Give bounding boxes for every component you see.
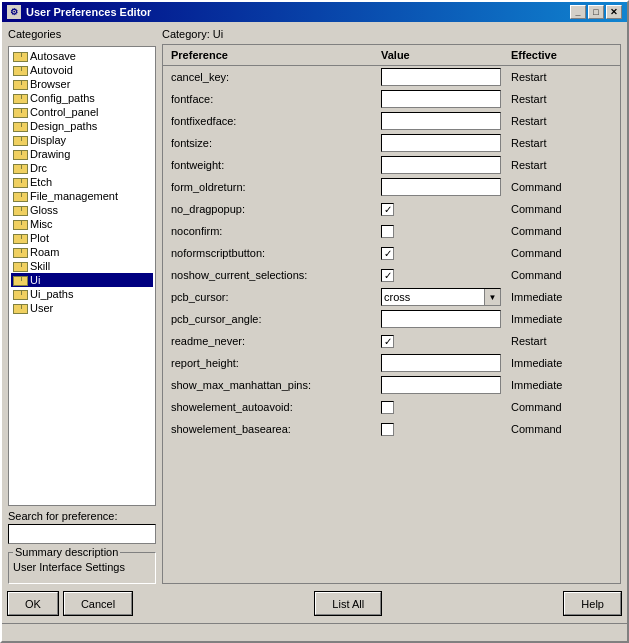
pref-value-9: [381, 269, 511, 282]
category-item-autosave[interactable]: Autosave: [11, 49, 153, 63]
category-label: Ui: [30, 274, 40, 286]
pref-value-0: [381, 68, 511, 86]
folder-icon: [13, 51, 27, 62]
pref-value-13: [381, 354, 511, 372]
category-item-file_management[interactable]: File_management: [11, 189, 153, 203]
folder-icon: [13, 177, 27, 188]
folder-icon: [13, 303, 27, 314]
category-label: Autovoid: [30, 64, 73, 76]
pref-checkbox-9[interactable]: [381, 269, 394, 282]
close-button[interactable]: ✕: [606, 5, 622, 19]
pref-effective-6: Command: [511, 203, 612, 215]
category-item-misc[interactable]: Misc: [11, 217, 153, 231]
pref-text-input-4[interactable]: [381, 156, 501, 174]
category-label: Drc: [30, 162, 47, 174]
main-row: Categories AutosaveAutovoidBrowserConfig…: [8, 28, 621, 584]
pref-value-12: [381, 335, 511, 348]
pref-text-input-3[interactable]: [381, 134, 501, 152]
pref-row-16: showelement_basearea:Command: [163, 418, 620, 440]
pref-value-2: [381, 112, 511, 130]
category-label: Plot: [30, 232, 49, 244]
pref-row-0: cancel_key:Restart: [163, 66, 620, 88]
category-item-config_paths[interactable]: Config_paths: [11, 91, 153, 105]
category-item-control_panel[interactable]: Control_panel: [11, 105, 153, 119]
category-item-browser[interactable]: Browser: [11, 77, 153, 91]
pref-name-6: no_dragpopup:: [171, 203, 381, 215]
pref-text-input-11[interactable]: [381, 310, 501, 328]
category-label: File_management: [30, 190, 118, 202]
pref-row-7: noconfirm:Command: [163, 220, 620, 242]
maximize-button[interactable]: □: [588, 5, 604, 19]
folder-icon: [13, 233, 27, 244]
pref-name-13: report_height:: [171, 357, 381, 369]
pref-name-15: showelement_autoavoid:: [171, 401, 381, 413]
category-item-ui_paths[interactable]: Ui_paths: [11, 287, 153, 301]
pref-row-5: form_oldreturn:Command: [163, 176, 620, 198]
pref-checkbox-7[interactable]: [381, 225, 394, 238]
pref-value-4: [381, 156, 511, 174]
category-item-design_paths[interactable]: Design_paths: [11, 119, 153, 133]
pref-effective-13: Immediate: [511, 357, 612, 369]
pref-row-15: showelement_autoavoid:Command: [163, 396, 620, 418]
pref-checkbox-8[interactable]: [381, 247, 394, 260]
category-item-plot[interactable]: Plot: [11, 231, 153, 245]
pref-row-14: show_max_manhattan_pins:Immediate: [163, 374, 620, 396]
folder-icon: [13, 93, 27, 104]
folder-icon: [13, 163, 27, 174]
category-item-gloss[interactable]: Gloss: [11, 203, 153, 217]
right-buttons: Help: [564, 592, 621, 615]
categories-label: Categories: [8, 28, 156, 40]
pref-checkbox-15[interactable]: [381, 401, 394, 414]
category-item-ui[interactable]: Ui: [11, 273, 153, 287]
pref-text-input-0[interactable]: [381, 68, 501, 86]
category-item-display[interactable]: Display: [11, 133, 153, 147]
pref-effective-11: Immediate: [511, 313, 612, 325]
pref-value-14: [381, 376, 511, 394]
pref-name-0: cancel_key:: [171, 71, 381, 83]
category-item-user[interactable]: User: [11, 301, 153, 315]
category-label: Misc: [30, 218, 53, 230]
pref-row-2: fontfixedface:Restart: [163, 110, 620, 132]
category-item-roam[interactable]: Roam: [11, 245, 153, 259]
pref-row-8: noformscriptbutton:Command: [163, 242, 620, 264]
category-label: Drawing: [30, 148, 70, 160]
category-label: Autosave: [30, 50, 76, 62]
help-button[interactable]: Help: [564, 592, 621, 615]
pref-text-input-2[interactable]: [381, 112, 501, 130]
pref-value-10: cross▼: [381, 288, 511, 306]
category-label: Ui_paths: [30, 288, 73, 300]
search-input[interactable]: [8, 524, 156, 544]
ok-button[interactable]: OK: [8, 592, 58, 615]
category-item-drawing[interactable]: Drawing: [11, 147, 153, 161]
pref-text-input-14[interactable]: [381, 376, 501, 394]
pref-checkbox-6[interactable]: [381, 203, 394, 216]
category-label: Config_paths: [30, 92, 95, 104]
category-label: User: [30, 302, 53, 314]
prefs-header: Preference Value Effective: [163, 45, 620, 66]
bottom-bar: OK Cancel List All Help: [8, 588, 621, 617]
pref-name-3: fontsize:: [171, 137, 381, 149]
pref-select-10[interactable]: cross▼: [381, 288, 501, 306]
pref-row-13: report_height:Immediate: [163, 352, 620, 374]
category-label: Skill: [30, 260, 50, 272]
pref-effective-9: Command: [511, 269, 612, 281]
pref-name-12: readme_never:: [171, 335, 381, 347]
category-item-skill[interactable]: Skill: [11, 259, 153, 273]
category-item-autovoid[interactable]: Autovoid: [11, 63, 153, 77]
summary-text: User Interface Settings: [13, 561, 151, 579]
category-item-drc[interactable]: Drc: [11, 161, 153, 175]
pref-effective-1: Restart: [511, 93, 612, 105]
pref-effective-3: Restart: [511, 137, 612, 149]
pref-text-input-1[interactable]: [381, 90, 501, 108]
pref-checkbox-12[interactable]: [381, 335, 394, 348]
pref-text-input-13[interactable]: [381, 354, 501, 372]
category-item-etch[interactable]: Etch: [11, 175, 153, 189]
summary-title: Summary description: [13, 546, 120, 558]
list-all-button[interactable]: List All: [315, 592, 381, 615]
minimize-button[interactable]: _: [570, 5, 586, 19]
pref-value-11: [381, 310, 511, 328]
categories-list[interactable]: AutosaveAutovoidBrowserConfig_pathsContr…: [8, 46, 156, 506]
cancel-button[interactable]: Cancel: [64, 592, 132, 615]
pref-checkbox-16[interactable]: [381, 423, 394, 436]
pref-text-input-5[interactable]: [381, 178, 501, 196]
